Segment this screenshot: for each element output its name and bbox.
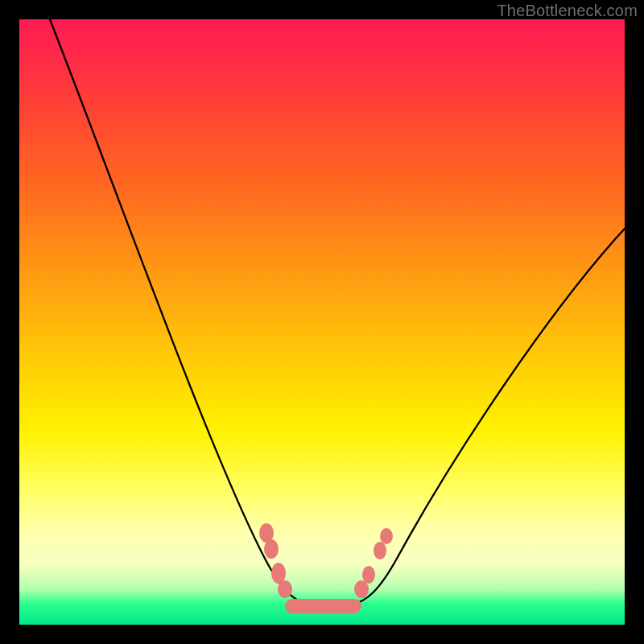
curve-marker — [271, 563, 286, 584]
bottleneck-curve — [50, 19, 625, 605]
curve-marker — [362, 566, 375, 584]
chart-frame: TheBottleneck.com — [0, 0, 644, 644]
curve-marker — [374, 542, 386, 559]
bottleneck-curve-svg — [19, 19, 625, 625]
trough-marker — [285, 599, 361, 613]
curve-marker — [278, 580, 292, 598]
curve-marker — [380, 528, 393, 544]
curve-marker — [264, 539, 279, 559]
plot-area — [19, 19, 625, 625]
watermark-text: TheBottleneck.com — [497, 2, 638, 20]
